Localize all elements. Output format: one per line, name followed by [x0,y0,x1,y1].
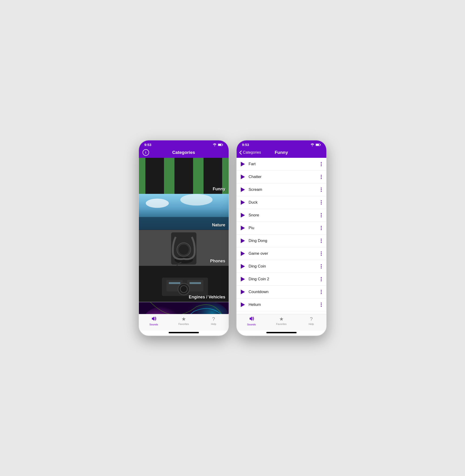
more-button-dingdong[interactable] [320,238,323,244]
more-dot [321,240,322,241]
sound-item-helium[interactable]: Helium [237,298,326,311]
svg-rect-2 [222,144,223,145]
more-dot [321,253,322,254]
more-dot [321,175,322,176]
play-button-dingcoin2[interactable] [240,277,245,282]
play-triangle-icon [241,200,245,205]
more-button-countdown[interactable] [320,289,323,295]
play-triangle-icon [241,277,245,282]
play-triangle-icon [241,290,245,294]
tab-sounds[interactable]: Sounds [139,316,169,326]
more-dot [321,306,322,307]
sound-name-fart: Fart [249,162,320,166]
sound-item-gameover[interactable]: Game over [237,247,326,260]
svg-rect-25 [169,282,180,284]
play-button-snore[interactable] [240,213,245,218]
sound-name-dingdong: Ding Dong [249,238,320,243]
more-dot [321,252,322,253]
nav-bar-funny: Categories Funny [237,148,326,158]
tab-bar-2: Sounds ★ Favorites ? Help [237,314,326,331]
more-dot [321,164,322,164]
svg-rect-3 [218,144,221,145]
category-funny-label: Funny [213,187,225,192]
favorites-icon: ★ [181,316,186,322]
more-dot [321,267,322,268]
battery-icon [218,143,223,146]
sound-item-fart[interactable]: Fart [237,158,326,171]
play-triangle-icon [241,238,245,243]
category-abstract[interactable]: Abstract [139,302,229,314]
sound-item-chatter[interactable]: Chatter [237,171,326,183]
more-dot [321,255,322,256]
tab-sounds-label-2: Sounds [247,323,256,326]
status-icons [213,143,223,146]
sound-item-duck[interactable]: Duck [237,196,326,209]
category-nature[interactable]: Nature [139,194,229,230]
more-button-helium[interactable] [320,302,323,308]
status-icons-2 [311,143,321,146]
sound-name-piu: Piu [249,226,320,230]
more-button-piu[interactable] [320,225,323,231]
play-triangle-icon [241,213,245,218]
play-button-chatter[interactable] [240,174,245,179]
sound-item-dingdong[interactable]: Ding Dong [237,234,326,247]
info-button[interactable]: i [143,149,149,156]
sound-name-snore: Snore [249,213,320,218]
more-button-fart[interactable] [320,161,323,167]
sound-item-countdown[interactable]: Countdown [237,286,326,298]
sound-item-partial[interactable]: ... [237,311,326,314]
tab-sounds-label: Sounds [149,323,158,326]
more-dot [321,293,322,294]
play-triangle-icon [241,187,245,192]
sound-name-scream: Scream [249,187,320,192]
category-engines[interactable]: Engines / Vehicles [139,266,229,302]
more-dot [321,191,322,192]
category-funny[interactable]: Funny [139,158,229,194]
more-dot [321,213,322,214]
sound-item-scream[interactable]: Scream [237,183,326,196]
more-dot [321,266,322,267]
play-button-countdown[interactable] [240,289,245,294]
more-button-scream[interactable] [320,187,323,193]
tab-favorites-2[interactable]: ★ Favorites [266,316,296,326]
play-button-dingcoin[interactable] [240,264,245,269]
tab-sounds-2[interactable]: Sounds [237,316,267,326]
play-triangle-icon [241,264,245,269]
play-button-fart[interactable] [240,162,245,167]
tab-help-2[interactable]: ? Help [296,316,326,326]
sound-item-snore[interactable]: Snore [237,209,326,222]
more-button-gameover[interactable] [320,251,323,257]
more-dot [321,204,322,204]
play-button-scream[interactable] [240,187,245,192]
sound-item-dingcoin2[interactable]: Ding Coin 2 [237,273,326,286]
svg-rect-26 [189,282,201,284]
back-button[interactable]: Categories [239,150,261,155]
sound-name-dingcoin2: Ding Coin 2 [249,277,320,282]
play-button-helium[interactable] [240,302,245,307]
svg-rect-8 [174,158,193,194]
more-button-chatter[interactable] [320,174,323,180]
more-dot [321,292,322,292]
play-button-duck[interactable] [240,200,245,205]
more-dot [321,188,322,189]
tab-help[interactable]: ? Help [199,316,229,326]
sound-item-dingcoin[interactable]: Ding Coin [237,260,326,273]
more-dot [321,304,322,305]
tab-help-label: Help [211,323,216,325]
nav-title: Categories [172,150,195,155]
more-button-dingcoin[interactable] [320,263,323,269]
more-dot [321,290,322,291]
play-button-dingdong[interactable] [240,238,245,243]
play-triangle-icon [241,226,245,230]
more-button-dingcoin2[interactable] [320,276,323,282]
category-phones[interactable]: Phones [139,230,229,266]
wifi-icon-2 [311,143,314,146]
tab-favorites[interactable]: ★ Favorites [169,316,199,326]
play-button-piu[interactable] [240,225,245,231]
more-button-snore[interactable] [320,212,323,218]
back-chevron-icon [239,151,242,155]
category-phones-label: Phones [210,259,225,263]
more-button-duck[interactable] [320,199,323,205]
play-button-gameover[interactable] [240,251,245,256]
sound-item-piu[interactable]: Piu [237,222,326,234]
